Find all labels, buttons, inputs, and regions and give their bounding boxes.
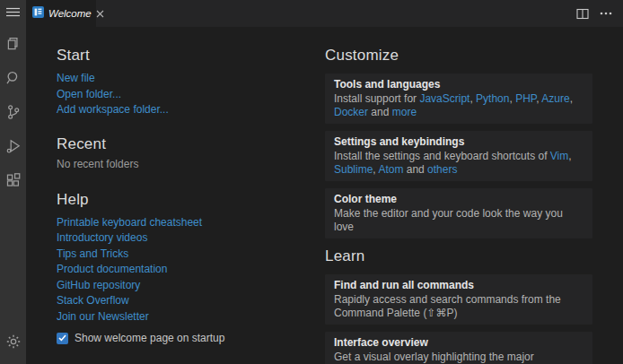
close-icon[interactable] [96,10,104,18]
search-icon [5,70,22,86]
link-add-workspace-folder[interactable]: Add workspace folder... [57,103,169,117]
link-tips-and-tricks[interactable]: Tips and Tricks [57,247,128,262]
card-tools-and-languages[interactable]: Tools and languages Install support for … [325,74,592,124]
tab-welcome[interactable]: Welcome [26,0,96,27]
inline-link-others[interactable]: others [427,163,457,176]
explorer-icon [5,36,22,52]
recent-empty-text: No recent folders [57,158,312,171]
desc-text: Install the settings and keyboard shortc… [334,150,550,162]
extensions-icon [5,172,22,188]
card-description: Get a visual overlay highlighting the ma… [334,351,584,364]
welcome-right-column: Customize Tools and languages Install su… [325,46,592,364]
card-description: Rapidly access and search commands from … [334,293,584,320]
link-introductory-videos[interactable]: Introductory videos [57,231,147,246]
inline-link-php[interactable]: PHP [515,92,536,105]
card-description: Install support for JavaScript, Python, … [334,92,584,119]
card-title: Interface overview [334,336,584,350]
checkmark-icon [58,334,66,342]
link-github-repository[interactable]: GitHub repository [57,279,140,293]
desc-text: , [568,150,571,162]
run-debug-icon [5,138,22,154]
card-title: Color theme [334,193,584,206]
card-find-run-commands[interactable]: Find and run all commands Rapidly access… [325,274,592,325]
help-links: Printable keyboard cheatsheet Introducto… [57,214,312,325]
inline-link-sublime[interactable]: Sublime [334,163,373,176]
settings-gear-icon [5,334,22,350]
link-stack-overflow[interactable]: Stack Overflow [57,294,129,308]
startup-checkbox-row[interactable]: Show welcome page on startup [57,332,312,344]
desc-text: Install support for [334,92,419,105]
menu-icon [6,7,20,17]
link-keyboard-cheatsheet[interactable]: Printable keyboard cheatsheet [57,216,202,230]
welcome-preview-icon [32,5,44,22]
sidebar-item-explorer[interactable] [0,27,26,61]
tab-bar: Welcome [26,0,623,27]
activity-bar [0,0,26,364]
inline-link-more[interactable]: more [392,106,417,118]
inline-link-vim[interactable]: Vim [550,150,568,162]
welcome-left-column: Start New file Open folder... Add worksp… [57,46,312,344]
card-title: Tools and languages [334,78,584,91]
link-join-newsletter[interactable]: Join our Newsletter [57,310,149,325]
vscode-window: { "window": { "app": "Visual Studio Code… [0,0,623,364]
card-color-theme[interactable]: Color theme Make the editor and your cod… [325,188,592,238]
source-control-icon [5,104,22,120]
desc-text: and [403,163,427,176]
tab-label: Welcome [48,8,92,19]
inline-link-atom[interactable]: Atom [378,163,403,176]
sidebar-item-extensions[interactable] [0,163,26,197]
start-links: New file Open folder... Add workspace fo… [57,70,312,117]
desc-text: and [368,106,392,118]
card-settings-and-keybindings[interactable]: Settings and keybindings Install the set… [325,131,592,181]
inline-link-docker[interactable]: Docker [334,106,368,118]
link-product-documentation[interactable]: Product documentation [57,263,167,277]
learn-heading: Learn [325,247,592,266]
link-new-file[interactable]: New file [57,72,95,86]
sidebar-item-run-debug[interactable] [0,129,26,163]
inline-link-azure[interactable]: Azure [541,92,569,105]
sidebar-item-source-control[interactable] [0,95,26,129]
editor-actions [576,0,623,27]
checkbox[interactable] [57,333,68,344]
card-interface-overview[interactable]: Interface overview Get a visual overlay … [325,332,592,364]
card-title: Find and run all commands [334,279,584,292]
start-heading: Start [57,46,312,65]
more-actions-icon[interactable] [600,12,612,15]
learn-cards: Find and run all commands Rapidly access… [325,274,592,364]
split-editor-icon[interactable] [576,8,589,20]
desc-text: , [570,92,573,105]
menu-button[interactable] [0,0,26,23]
link-open-folder[interactable]: Open folder... [57,88,121,102]
help-heading: Help [57,190,312,210]
customize-heading: Customize [325,46,592,65]
card-description: Make the editor and your code look the w… [334,207,584,234]
customize-cards: Tools and languages Install support for … [325,74,592,238]
card-description: Install the settings and keyboard shortc… [334,150,584,177]
manage-button[interactable] [0,325,26,359]
sidebar-item-search[interactable] [0,61,26,95]
card-title: Settings and keybindings [334,135,584,149]
inline-link-python[interactable]: Python [476,92,509,105]
startup-checkbox-label: Show welcome page on startup [75,332,224,344]
inline-link-javascript[interactable]: JavaScript [419,92,469,105]
recent-heading: Recent [57,134,312,154]
